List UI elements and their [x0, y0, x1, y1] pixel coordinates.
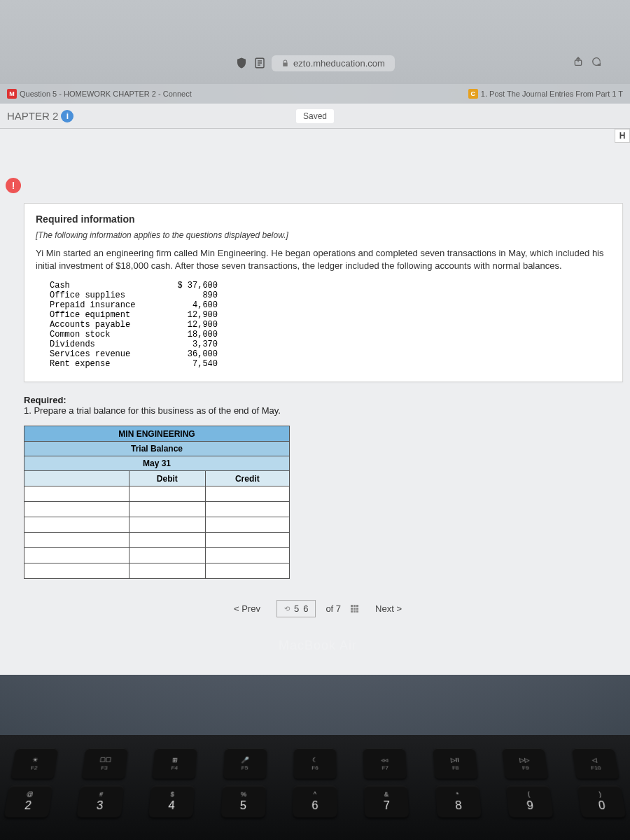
- key-f3: ☐☐F3: [81, 748, 127, 778]
- key-3: #3: [76, 785, 124, 817]
- tb-col-account: [24, 471, 130, 486]
- ledger-name: Rent expense: [50, 359, 162, 369]
- required-item-1: 1. Prepare a trial balance for this busi…: [24, 405, 281, 416]
- ledger-amount: 12,900: [162, 320, 218, 330]
- ledger-row: Cash$ 37,600: [50, 281, 611, 290]
- table-row[interactable]: [24, 502, 290, 517]
- ledger-amount: 18,000: [162, 330, 218, 340]
- physical-keyboard: ☀F2☐☐F3⊞F4🎤F5☾F6◃◃F7▷IIF8▷▷F9◁F10 @2#3$4…: [0, 735, 630, 840]
- info-heading: Required information: [36, 214, 611, 225]
- required-label: Required:: [24, 395, 66, 405]
- info-body: Yi Min started an engineering firm calle…: [36, 247, 611, 272]
- pagination-footer: < Prev ⟲ 5 6 of 7 Next >: [6, 600, 630, 617]
- ledger-row: Common stock18,000: [50, 330, 611, 340]
- tab-question5[interactable]: M Question 5 - HOMEWORK CHAPTER 2 - Conn…: [3, 89, 196, 99]
- key-f8: ▷IIF8: [433, 748, 477, 778]
- required-block: Required: 1. Prepare a trial balance for…: [24, 395, 623, 416]
- info-instruction: [The following information applies to th…: [36, 230, 611, 240]
- key-9: (9: [506, 785, 554, 817]
- lock-icon: [281, 59, 289, 67]
- ledger-name: Prepaid insurance: [50, 300, 162, 310]
- key-f6: ☾F6: [293, 748, 337, 778]
- privacy-shield-icon[interactable]: [235, 57, 248, 69]
- trial-balance-worksheet[interactable]: MIN ENGINEERING Trial Balance May 31 Deb…: [24, 426, 290, 579]
- key-f2: ☀F2: [10, 748, 58, 778]
- share-icon[interactable]: [573, 56, 584, 67]
- tb-report-type: Trial Balance: [24, 442, 290, 456]
- tb-col-credit: Credit: [205, 471, 289, 486]
- reload-icon[interactable]: [591, 56, 602, 67]
- ledger-name: Services revenue: [50, 349, 162, 359]
- ledger-name: Accounts payable: [50, 320, 162, 330]
- ledger-row: Prepaid insurance4,600: [50, 300, 611, 310]
- page-of: of 7: [326, 603, 341, 614]
- ledger-amount: 7,540: [162, 359, 218, 369]
- key-8: *8: [435, 785, 482, 817]
- ledger-name: Office equipment: [50, 310, 162, 320]
- key-f5: 🎤F5: [223, 748, 267, 778]
- ledger-row: Accounts payable12,900: [50, 320, 611, 330]
- page-toolbar: HAPTER 2 i Saved: [0, 104, 630, 129]
- content-area: ! Required information [The following in…: [0, 129, 630, 675]
- key-f4: ⊞F4: [152, 748, 197, 778]
- table-row[interactable]: [24, 533, 290, 548]
- chapter-title: HAPTER 2: [7, 110, 58, 122]
- ledger-table: Cash$ 37,600Office supplies890Prepaid in…: [50, 281, 611, 369]
- ledger-row: Office supplies890: [50, 290, 611, 300]
- key-2: @2: [4, 785, 53, 817]
- tb-date: May 31: [24, 456, 290, 471]
- key-0: )0: [577, 785, 626, 817]
- key-4: $4: [148, 785, 195, 817]
- chegg-tab-icon: C: [468, 89, 478, 99]
- ledger-name: Office supplies: [50, 290, 162, 300]
- browser-tabs: M Question 5 - HOMEWORK CHAPTER 2 - Conn…: [0, 84, 630, 104]
- table-row[interactable]: [24, 548, 290, 564]
- ledger-row: Rent expense7,540: [50, 359, 611, 369]
- table-row[interactable]: [24, 486, 290, 502]
- required-information-card: Required information [The following info…: [24, 203, 623, 382]
- tab-label-right: 1. Post The Journal Entries From Part 1 …: [481, 90, 623, 98]
- ledger-row: Dividends3,370: [50, 340, 611, 349]
- info-icon[interactable]: i: [61, 110, 74, 122]
- reader-mode-icon[interactable]: [253, 57, 266, 69]
- ledger-row: Services revenue36,000: [50, 349, 611, 359]
- ledger-amount: 4,600: [162, 300, 218, 310]
- page-indicator[interactable]: ⟲ 5 6: [276, 600, 316, 617]
- ledger-amount: 36,000: [162, 349, 218, 359]
- alert-icon[interactable]: !: [6, 178, 21, 193]
- ledger-amount: $ 37,600: [162, 281, 218, 290]
- tb-company: MIN ENGINEERING: [24, 426, 290, 442]
- url-host: ezto.mheducation.com: [293, 58, 385, 69]
- mcgraw-tab-icon: M: [7, 89, 17, 99]
- key-6: ^6: [293, 785, 337, 817]
- ledger-amount: 3,370: [162, 340, 218, 349]
- ledger-name: Common stock: [50, 330, 162, 340]
- tb-col-debit: Debit: [130, 471, 206, 486]
- ledger-name: Dividends: [50, 340, 162, 349]
- ledger-amount: 12,900: [162, 310, 218, 320]
- prev-button[interactable]: < Prev: [227, 600, 267, 617]
- address-bar[interactable]: ezto.mheducation.com: [272, 55, 395, 71]
- saved-indicator: Saved: [296, 109, 334, 123]
- help-button[interactable]: H: [615, 129, 630, 143]
- key-f9: ▷▷F9: [502, 748, 548, 778]
- link-icon: ⟲: [284, 605, 290, 612]
- device-label: MacBook Air: [6, 638, 630, 653]
- key-7: &7: [364, 785, 409, 817]
- key-5: %5: [220, 785, 265, 817]
- browser-chrome: ezto.mheducation.com: [0, 0, 630, 84]
- key-f7: ◃◃F7: [363, 748, 407, 778]
- table-row[interactable]: [24, 517, 290, 533]
- ledger-amount: 890: [162, 290, 218, 300]
- page-a: 5: [294, 603, 299, 614]
- ledger-name: Cash: [50, 281, 162, 290]
- next-button[interactable]: Next >: [369, 600, 408, 617]
- tab-journal-entries[interactable]: C 1. Post The Journal Entries From Part …: [464, 89, 627, 99]
- key-f10: ◁F10: [572, 748, 620, 778]
- page-b: 6: [303, 603, 308, 614]
- table-row[interactable]: [24, 564, 290, 579]
- ledger-row: Office equipment12,900: [50, 310, 611, 320]
- tab-label-left: Question 5 - HOMEWORK CHAPTER 2 - Connec…: [20, 90, 192, 98]
- grid-view-icon[interactable]: [351, 605, 359, 613]
